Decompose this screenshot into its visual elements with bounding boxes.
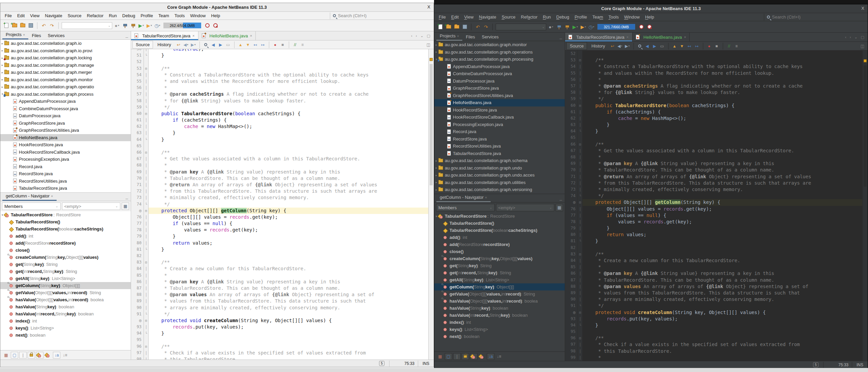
back-icon[interactable]: ◀▾ — [183, 41, 189, 48]
stop-macro-icon[interactable]: ■ — [714, 43, 720, 50]
dropdown-arrow-icon[interactable]: ▾ — [143, 24, 144, 27]
sort-source-icon[interactable]: ↓≡ — [495, 353, 503, 360]
start-macro-icon[interactable]: ● — [706, 43, 712, 50]
tree-package[interactable]: ▸au.gov.asd.tac.constellation.graph.moni… — [0, 76, 131, 84]
chevron-right-icon[interactable]: ▸ — [434, 43, 438, 46]
tree-package[interactable]: ▾au.gov.asd.tac.constellation.graph.proc… — [0, 91, 131, 98]
select-rectangle-icon[interactable]: ▭ — [659, 43, 665, 50]
tab-scroll-right-icon[interactable]: › — [416, 34, 417, 38]
new-file-icon[interactable] — [3, 22, 10, 29]
show-non-public-icon[interactable] — [28, 352, 35, 359]
navigator-member-row[interactable]: TabularRecordStore(boolean cacheStrings) — [0, 225, 131, 232]
navigator-member-row[interactable]: add(RecordStore recordStore) — [434, 241, 565, 248]
fold-marker[interactable]: ⊟ — [144, 149, 149, 156]
fold-marker[interactable]: ⊟ — [144, 317, 149, 324]
navigator-member-row[interactable]: add(RecordStore recordStore) — [0, 240, 131, 247]
navigator-member-row[interactable]: hasValue(int record, String key) : boole… — [0, 310, 131, 317]
jump-last-edit-icon[interactable]: ↩ — [176, 41, 182, 48]
tree-package[interactable]: ▸au.gov.asd.tac.constellation.graph.undo… — [434, 172, 565, 179]
tree-file[interactable]: Record.java — [434, 128, 565, 135]
navigator-member-row[interactable]: close() — [0, 247, 131, 254]
fold-marker[interactable]: ⊟ — [578, 309, 583, 316]
tab-list-icon[interactable]: ⌄ — [420, 34, 423, 38]
view-source[interactable]: Source — [132, 41, 153, 49]
dropdown-arrow-icon[interactable]: ▾ — [159, 24, 160, 27]
tree-file[interactable]: RecordStore.java — [434, 135, 565, 143]
tree-package[interactable]: ▸au.gov.asd.tac.constellation.graph.io.p… — [0, 47, 131, 55]
navigator-member-row[interactable]: getAll(String key) : List<String> — [434, 276, 565, 283]
menu-profile[interactable]: Profile — [572, 14, 589, 20]
new-project-icon[interactable] — [11, 22, 18, 29]
chevron-right-icon[interactable]: ▸ — [0, 49, 4, 52]
split-icon[interactable]: ◫ — [427, 42, 432, 47]
menu-run[interactable]: Run — [540, 14, 553, 20]
tree-package[interactable]: ▸au.gov.asd.tac.constellation.graph.moni… — [434, 41, 565, 49]
tree-file[interactable]: HookRecordStore.java — [0, 141, 131, 149]
comment-icon[interactable]: // — [726, 43, 732, 50]
navigator-tab[interactable]: getColumn - Navigator× — [2, 192, 57, 201]
tab-scroll-left-icon[interactable]: ‹ — [411, 34, 412, 38]
quick-search[interactable]: Search (Ctrl+I) — [330, 12, 431, 19]
tab-list-icon[interactable]: ⌄ — [854, 35, 857, 39]
maximize-icon[interactable]: ▢ — [861, 35, 864, 39]
navigator-member-row[interactable]: keys() : List<String> — [434, 326, 565, 333]
save-all-icon[interactable] — [27, 22, 34, 29]
navigator-member-row[interactable]: get(int record, String key) : String — [434, 269, 565, 276]
tree-file[interactable]: AppendDatumProcessor.java — [0, 98, 131, 105]
undo-icon[interactable]: ↶ — [40, 22, 47, 29]
tab-services[interactable]: Services — [478, 33, 502, 41]
menu-view[interactable]: View — [462, 14, 476, 20]
navigator-member-row[interactable]: TabularRecordStore(boolean cacheStrings) — [434, 227, 565, 234]
fold-marker[interactable]: ⊟ — [144, 208, 149, 214]
tree-package[interactable]: ▸au.gov.asd.tac.constellation.graph.mana… — [0, 62, 131, 69]
menu-source[interactable]: Source — [65, 12, 84, 19]
tree-file[interactable]: RecordStoreUtilities.java — [434, 143, 565, 150]
show-fields-icon[interactable]: ▢ — [11, 352, 18, 359]
tab-scroll-left-icon[interactable]: ‹ — [845, 35, 846, 39]
run-project-icon[interactable]: ▶▾ — [572, 23, 579, 31]
navigator-member-row[interactable]: getValue(Object[][] values, int record) … — [0, 289, 131, 296]
memory-usage-bar[interactable]: 262.4/504.0MB — [163, 23, 201, 28]
navigator-member-row[interactable]: index() : int — [434, 319, 565, 326]
chevron-right-icon[interactable]: ▸ — [434, 181, 438, 184]
editor-tab[interactable]: TabularRecordStore.java× — [131, 31, 198, 40]
configuration-select[interactable]: ⌄ — [62, 22, 112, 29]
profile-points-icon[interactable] — [646, 23, 653, 31]
dropdown-arrow-icon[interactable]: ▾ — [187, 43, 188, 46]
menu-refactor[interactable]: Refactor — [519, 14, 540, 20]
view-source[interactable]: Source — [566, 42, 587, 50]
fold-marker[interactable]: ⊟ — [144, 111, 149, 117]
tab-files[interactable]: Files — [462, 33, 478, 41]
tree-file[interactable]: TabularRecordStore.java — [434, 150, 565, 157]
tree-file[interactable]: GraphRecordStore.java — [434, 85, 565, 92]
tree-package[interactable]: ▸au.gov.asd.tac.constellation.graph.io — [0, 40, 131, 47]
tree-package[interactable]: ▸au.gov.asd.tac.constellation.graph.undo — [434, 164, 565, 172]
profile-project-icon[interactable]: ◷▾ — [154, 22, 161, 29]
navigator-member-row[interactable]: get(String key) : String — [434, 262, 565, 269]
run-project-icon[interactable]: ▶▾ — [138, 22, 145, 29]
forward-icon[interactable]: ▶▾ — [190, 41, 196, 48]
next-occurrence-icon[interactable]: ▶ — [218, 41, 224, 48]
back-icon[interactable]: ◀▾ — [617, 43, 623, 50]
chevron-right-icon[interactable]: ▸ — [434, 188, 438, 191]
minimize-icon[interactable]: _ — [560, 195, 562, 200]
menu-file[interactable]: File — [2, 12, 14, 19]
tree-file[interactable]: Record.java — [0, 163, 131, 170]
navigator-member-row[interactable]: hasValue(Object[][] values, int record) … — [434, 298, 565, 305]
show-inner-classes-icon[interactable] — [470, 353, 477, 360]
configuration-select[interactable]: ⌄ — [496, 24, 546, 30]
tree-file[interactable]: CombineDatumProcessor.java — [0, 105, 131, 113]
fold-marker[interactable]: ⊟ — [144, 343, 149, 350]
dropdown-arrow-icon[interactable]: ▾ — [118, 24, 119, 27]
tree-file[interactable]: GraphRecordStore.java — [0, 120, 131, 127]
filter-select[interactable]: <empty>⌄ — [496, 204, 555, 211]
notifications-badge[interactable]: 5 — [379, 361, 384, 366]
new-project-icon[interactable] — [445, 23, 452, 31]
members-select[interactable]: Members⌄ — [436, 204, 495, 211]
show-non-public-icon[interactable] — [462, 353, 469, 360]
sort-alpha-icon[interactable]: ↓a — [53, 352, 60, 359]
navigator-member-row[interactable]: createColumn(String key, Object[][] valu… — [434, 255, 565, 262]
editor-tab[interactable]: TabularRecordStore.java× — [565, 33, 632, 41]
minimize-icon[interactable]: _ — [126, 194, 128, 199]
view-history[interactable]: History — [588, 42, 608, 50]
